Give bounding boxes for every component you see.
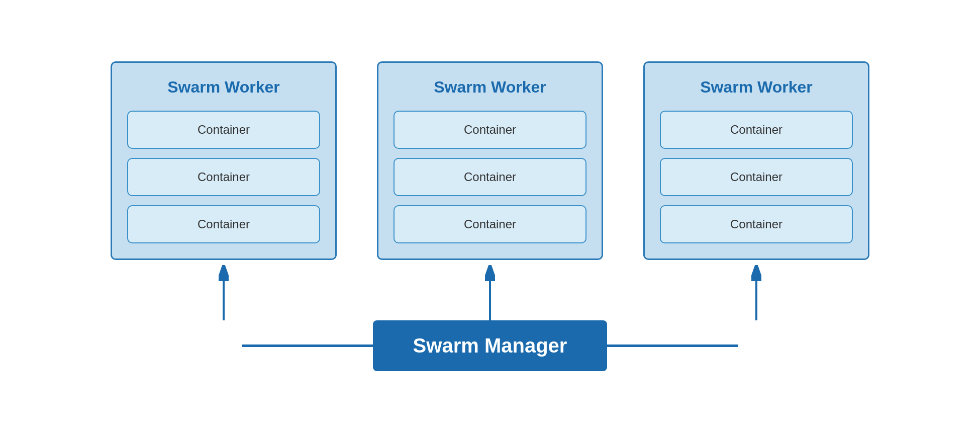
arrow-3 <box>751 265 761 320</box>
arrows-row <box>63 260 917 320</box>
workers-row: Swarm Worker Container Container Contain… <box>63 61 917 260</box>
arrow-col-3 <box>643 260 869 320</box>
manager-line-left <box>242 344 373 347</box>
arrow-col-2 <box>377 260 603 320</box>
worker-1-container-2: Container <box>127 158 320 196</box>
worker-2-container-1: Container <box>394 111 586 149</box>
diagram-container: Swarm Worker Container Container Contain… <box>63 61 917 371</box>
worker-3-container-3: Container <box>660 205 853 243</box>
arrow-col-1 <box>111 260 337 320</box>
arrow-1 <box>219 265 229 320</box>
swarm-worker-1: Swarm Worker Container Container Contain… <box>111 61 337 260</box>
worker-2-container-2: Container <box>394 158 586 196</box>
manager-row: Swarm Manager <box>63 320 917 371</box>
worker-3-container-2: Container <box>660 158 853 196</box>
swarm-worker-3: Swarm Worker Container Container Contain… <box>643 61 869 260</box>
worker-1-container-1: Container <box>127 111 320 149</box>
worker-3-title: Swarm Worker <box>660 78 853 97</box>
worker-1-title: Swarm Worker <box>127 78 320 97</box>
arrow-2 <box>485 265 495 320</box>
worker-1-container-3: Container <box>127 205 320 243</box>
swarm-manager-box: Swarm Manager <box>373 320 608 371</box>
worker-2-container-3: Container <box>394 205 586 243</box>
worker-2-title: Swarm Worker <box>394 78 586 97</box>
worker-3-container-1: Container <box>660 111 853 149</box>
manager-line-right <box>607 344 738 347</box>
swarm-worker-2: Swarm Worker Container Container Contain… <box>377 61 603 260</box>
